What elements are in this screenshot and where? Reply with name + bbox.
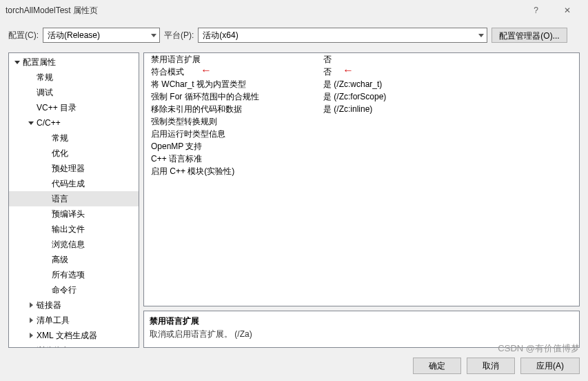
right-pane: 禁用语言扩展否符合模式←否←将 WChar_t 视为内置类型是 (/Zc:wch… bbox=[143, 52, 580, 348]
expand-spacer bbox=[42, 210, 50, 218]
expand-right-icon[interactable] bbox=[27, 301, 35, 309]
grid-property-value[interactable]: 是 (/Zc:forScope) bbox=[323, 91, 579, 103]
cancel-button[interactable]: 取消 bbox=[467, 358, 515, 374]
ok-button[interactable]: 确定 bbox=[413, 358, 461, 374]
chevron-down-icon bbox=[478, 34, 484, 37]
expand-spacer bbox=[42, 255, 50, 264]
grid-property-value[interactable]: 是 (/Zc:inline) bbox=[323, 104, 579, 115]
config-combo[interactable]: 活动(Release) bbox=[43, 28, 160, 43]
tree-item[interactable]: 常规 bbox=[9, 130, 139, 146]
desc-title: 禁用语言扩展 bbox=[150, 315, 574, 327]
grid-property-value[interactable]: 否← bbox=[323, 66, 579, 78]
tree-item[interactable]: 链接器 bbox=[9, 297, 139, 313]
expand-spacer bbox=[42, 225, 50, 233]
tree-item[interactable]: C/C++ bbox=[9, 115, 139, 130]
tree-item[interactable]: 调试 bbox=[9, 85, 139, 100]
tree-item-label: 优化 bbox=[52, 147, 136, 159]
grid-row[interactable]: 强制 For 循环范围中的合规性是 (/Zc:forScope) bbox=[144, 90, 579, 103]
platform-combo[interactable]: 活动(x64) bbox=[198, 28, 487, 43]
tree-item[interactable]: 预处理器 bbox=[9, 161, 139, 176]
description-panel: 禁用语言扩展 取消或启用语言扩展。 (/Za) bbox=[143, 311, 580, 348]
grid-property-name: 符合模式← bbox=[151, 66, 323, 78]
tree-view[interactable]: 配置属性常规调试VC++ 目录C/C++常规优化预处理器代码生成语言预编译头输出… bbox=[8, 52, 139, 348]
tree-item-label: 浏览信息 bbox=[52, 238, 136, 251]
expand-right-icon[interactable] bbox=[27, 331, 35, 340]
expand-down-icon[interactable] bbox=[13, 58, 21, 66]
expand-spacer bbox=[27, 104, 35, 112]
apply-button[interactable]: 应用(A) bbox=[520, 358, 580, 374]
tree-item-label: VC++ 目录 bbox=[37, 101, 136, 114]
tree-item[interactable]: 优化 bbox=[9, 146, 139, 161]
config-manager-button[interactable]: 配置管理器(O)... bbox=[491, 28, 567, 43]
tree-item[interactable]: 配置属性 bbox=[9, 55, 139, 70]
expand-spacer bbox=[42, 149, 50, 157]
expand-spacer bbox=[42, 195, 50, 203]
tree-item[interactable]: 浏览信息 bbox=[9, 343, 139, 348]
chevron-down-icon bbox=[151, 34, 156, 37]
grid-property-name: 移除未引用的代码和数据 bbox=[151, 104, 323, 115]
grid-property-name: 强制类型转换规则 bbox=[151, 116, 323, 128]
config-label: 配置(C): bbox=[8, 30, 39, 41]
grid-row[interactable]: 启用运行时类型信息 bbox=[144, 128, 579, 140]
tree-item[interactable]: 命令行 bbox=[9, 282, 139, 297]
expand-right-icon[interactable] bbox=[27, 316, 35, 324]
grid-property-name: 启用 C++ 模块(实验性) bbox=[151, 166, 323, 177]
close-icon: ✕ bbox=[564, 6, 571, 15]
grid-row[interactable]: C++ 语言标准 bbox=[144, 153, 579, 165]
expand-spacer bbox=[42, 164, 50, 173]
grid-row[interactable]: 禁用语言扩展否 bbox=[144, 53, 579, 66]
grid-property-name: 启用运行时类型信息 bbox=[151, 128, 323, 140]
tree-item[interactable]: 所有选项 bbox=[9, 267, 139, 282]
tree-item-label: 常规 bbox=[37, 71, 136, 84]
expand-right-icon[interactable] bbox=[27, 346, 35, 348]
grid-property-name: C++ 语言标准 bbox=[151, 153, 323, 165]
tree-item[interactable]: XML 文档生成器 bbox=[9, 328, 139, 343]
tree-item-label: 语言 bbox=[52, 193, 136, 205]
expand-spacer bbox=[27, 88, 35, 97]
tree-item[interactable]: 高级 bbox=[9, 252, 139, 267]
grid-row[interactable]: 移除未引用的代码和数据是 (/Zc:inline) bbox=[144, 103, 579, 115]
grid-property-value[interactable]: 是 (/Zc:wchar_t) bbox=[323, 79, 579, 90]
grid-row[interactable]: 启用 C++ 模块(实验性) bbox=[144, 165, 579, 177]
property-grid[interactable]: 禁用语言扩展否符合模式←否←将 WChar_t 视为内置类型是 (/Zc:wch… bbox=[143, 52, 580, 306]
tree-item[interactable]: 浏览信息 bbox=[9, 237, 139, 252]
tree-item-label: 高级 bbox=[52, 253, 136, 266]
tree-item[interactable]: 常规 bbox=[9, 70, 139, 85]
content-area: 配置属性常规调试VC++ 目录C/C++常规优化预处理器代码生成语言预编译头输出… bbox=[0, 52, 588, 351]
help-button[interactable]: ? bbox=[520, 0, 551, 21]
expand-spacer bbox=[42, 286, 50, 294]
expand-spacer bbox=[42, 240, 50, 248]
grid-row[interactable]: 符合模式←否← bbox=[144, 66, 579, 78]
arrow-left-icon: ← bbox=[201, 64, 212, 77]
property-page-window: torchAllModelTest 属性页 ? ✕ 配置(C): 活动(Rele… bbox=[0, 0, 588, 381]
tree-item-label: 代码生成 bbox=[52, 177, 136, 190]
grid-row[interactable]: 将 WChar_t 视为内置类型是 (/Zc:wchar_t) bbox=[144, 78, 579, 90]
grid-row[interactable]: 强制类型转换规则 bbox=[144, 115, 579, 128]
grid-property-name: 强制 For 循环范围中的合规性 bbox=[151, 91, 323, 103]
tree-item[interactable]: VC++ 目录 bbox=[9, 100, 139, 115]
arrow-left-icon: ← bbox=[343, 64, 354, 77]
tree-item[interactable]: 代码生成 bbox=[9, 176, 139, 191]
tree-item[interactable]: 清单工具 bbox=[9, 313, 139, 328]
grid-property-name: OpenMP 支持 bbox=[151, 141, 323, 153]
tree-item-label: 配置属性 bbox=[23, 56, 136, 68]
tree-item-label: 清单工具 bbox=[37, 314, 136, 326]
grid-row[interactable]: OpenMP 支持 bbox=[144, 140, 579, 153]
tree-item-label: 浏览信息 bbox=[37, 344, 136, 348]
tree-item[interactable]: 输出文件 bbox=[9, 222, 139, 237]
expand-down-icon[interactable] bbox=[27, 119, 35, 127]
expand-spacer bbox=[27, 73, 35, 81]
grid-property-name: 禁用语言扩展 bbox=[151, 54, 323, 66]
footer: 确定 取消 应用(A) bbox=[0, 351, 588, 381]
desc-text: 取消或启用语言扩展。 (/Za) bbox=[150, 329, 574, 340]
tree-item-label: 预编译头 bbox=[52, 208, 136, 220]
close-button[interactable]: ✕ bbox=[551, 0, 582, 21]
platform-value: 活动(x64) bbox=[203, 30, 238, 41]
tree-item[interactable]: 预编译头 bbox=[9, 206, 139, 222]
grid-property-value[interactable]: 否 bbox=[323, 54, 579, 66]
tree-item-label: XML 文档生成器 bbox=[37, 329, 136, 342]
tree-item[interactable]: 语言 bbox=[9, 191, 139, 206]
grid-property-name: 将 WChar_t 视为内置类型 bbox=[151, 79, 323, 90]
titlebar: torchAllModelTest 属性页 ? ✕ bbox=[0, 0, 588, 21]
tree-item-label: C/C++ bbox=[37, 117, 136, 129]
